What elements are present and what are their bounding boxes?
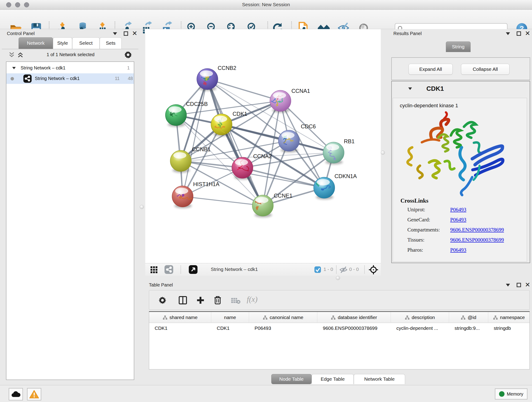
tab-edge-table[interactable]: Edge Table (312, 374, 354, 384)
crosslink-label: Uniprot: (407, 207, 425, 213)
network-share-gray-icon[interactable] (165, 265, 173, 274)
bottom-splitter-handle[interactable] (336, 276, 340, 280)
panel-menu-icon[interactable] (113, 32, 117, 35)
hierarchy-icon (331, 315, 336, 320)
crosslink-link[interactable]: 9606.ENSP00000378699 (450, 237, 504, 243)
hidden-eye-slash-icon (339, 266, 348, 273)
table-cell[interactable]: CDK1 (211, 323, 249, 333)
column-header-shared-name[interactable]: shared name (149, 312, 211, 323)
crosslink-label: Compartments: (407, 227, 440, 233)
tab-network-table[interactable]: Network Table (354, 374, 405, 384)
cloud-status-button[interactable] (9, 388, 23, 400)
tab-style[interactable]: Style (53, 37, 72, 49)
crosshair-icon[interactable] (368, 265, 379, 275)
table-options-gear-icon[interactable] (158, 296, 167, 304)
network-node-CDK1[interactable] (211, 114, 232, 136)
string-results-box: CDK1 cyclin-dependent kinase 1 (391, 81, 530, 263)
panel-float-icon[interactable] (517, 283, 521, 287)
column-header-namespace[interactable]: namespace (488, 312, 530, 323)
footer-separator (336, 265, 336, 274)
collection-expand-icon[interactable] (12, 67, 16, 69)
panel-close-icon[interactable]: ✕ (132, 31, 137, 36)
panel-float-icon[interactable] (124, 32, 128, 36)
network-node-CCNE1[interactable] (252, 195, 273, 217)
collapse-all-chevron-icon[interactable] (8, 51, 15, 58)
panel-close-icon[interactable]: ✕ (525, 31, 530, 36)
network-list: String Network – cdk1 1 String Network –… (6, 61, 134, 380)
warning-status-button[interactable] (27, 388, 41, 400)
node-table: shared namenamecanonical namedatabase id… (149, 311, 530, 370)
table-cell[interactable]: cyclin-dependent ... (391, 323, 449, 333)
network-row-selected[interactable]: String Network – cdk1 11 48 (6, 73, 134, 84)
node-label-CCNE1: CCNE1 (274, 192, 292, 199)
table-cell[interactable]: P06493 (249, 323, 317, 333)
expand-all-button[interactable]: Expand All (409, 64, 453, 75)
selected-counts: 1 - 0 (323, 267, 333, 272)
memory-button[interactable]: Memory (495, 389, 527, 400)
column-header-name[interactable]: name (211, 312, 249, 323)
gene-description: cyclin-dependent kinase 1 (400, 103, 458, 109)
network-node-RB1[interactable] (323, 142, 344, 165)
tab-sets[interactable]: Sets (100, 37, 122, 49)
table-cell[interactable]: CDK1 (149, 323, 211, 333)
title-bar: Session: New Session (0, 0, 532, 10)
collection-count: 1 (123, 65, 130, 70)
panel-menu-icon[interactable] (506, 284, 510, 287)
crosslink-link[interactable]: P06493 (450, 247, 466, 253)
node-label-CCNB2: CCNB2 (218, 65, 236, 71)
memory-label: Memory (507, 391, 523, 397)
network-view-canvas[interactable]: CCNB2CCNA1CDC25BCDK1CDC6RB1CCNB1CCNA2CDK… (145, 29, 381, 263)
tab-select[interactable]: Select (72, 37, 100, 49)
string-network-graph[interactable]: CCNB2CCNA1CDC25BCDK1CDC6RB1CCNB1CCNA2CDK… (145, 29, 381, 263)
network-view-toolbar: String Network – cdk1 1 - 0 0 - 0 (145, 263, 381, 276)
panel-float-icon[interactable] (517, 32, 521, 36)
hierarchy-icon (493, 315, 498, 320)
collapse-all-button[interactable]: Collapse All (461, 64, 510, 75)
network-node-CCNB1[interactable] (170, 150, 191, 173)
open-in-window-icon[interactable] (189, 265, 197, 274)
right-splitter-handle[interactable] (381, 151, 385, 155)
delete-trash-icon[interactable] (213, 296, 222, 305)
network-node-CDKN1A[interactable] (314, 177, 335, 200)
network-node-CCNA1[interactable] (270, 90, 291, 113)
network-edge[interactable] (207, 79, 280, 101)
left-splitter-handle[interactable] (140, 205, 144, 209)
crosslink-link[interactable]: 9606.ENSP00000378699 (450, 227, 504, 233)
table-cell[interactable]: stringdb:9... (449, 323, 488, 333)
table-panel: Table Panel ✕ f(x) shared namenamecanoni… (142, 280, 532, 385)
network-collection-row[interactable]: String Network – cdk1 1 (6, 63, 134, 73)
column-header-description[interactable]: description (391, 312, 449, 323)
network-node-CDC6[interactable] (278, 130, 299, 153)
column-label: name (224, 315, 236, 320)
table-cell[interactable]: 9606.ENSP00000378699 (317, 323, 391, 333)
node-label-CDC25B: CDC25B (186, 101, 208, 107)
expand-collapse-box: Expand All Collapse All (391, 57, 530, 80)
network-node-CDC25B[interactable] (165, 104, 186, 127)
tab-network[interactable]: Network (19, 37, 53, 49)
node-label-CCNA1: CCNA1 (291, 88, 310, 94)
table-cell[interactable]: stringdb (488, 323, 530, 333)
show-columns-icon[interactable] (178, 296, 187, 304)
network-options-gear-icon[interactable] (124, 51, 132, 59)
crosslink-row: Pharos:P06493 (393, 247, 527, 254)
control-panel: Control Panel ✕ Network Style Select Set… (2, 29, 138, 385)
network-edge[interactable] (183, 79, 207, 196)
gene-section-collapse-icon[interactable] (408, 88, 412, 90)
selected-checkbox-icon[interactable] (314, 266, 321, 273)
crosslink-link[interactable]: P06493 (450, 207, 466, 213)
column-header-canonical-name[interactable]: canonical name (249, 312, 317, 323)
tab-string[interactable]: String (446, 41, 471, 52)
panel-close-icon[interactable]: ✕ (525, 283, 530, 287)
tab-node-table[interactable]: Node Table (271, 374, 312, 384)
add-column-icon[interactable] (196, 296, 205, 304)
column-header--id[interactable]: @id (449, 312, 488, 323)
grid-view-icon[interactable] (150, 266, 158, 274)
network-node-HIST1H1A[interactable] (172, 186, 193, 208)
expand-all-chevron-icon[interactable] (17, 51, 24, 58)
crosslink-link[interactable]: P06493 (450, 217, 466, 223)
network-share-icon (23, 75, 32, 83)
panel-menu-icon[interactable] (506, 32, 510, 35)
column-header-database-identifier[interactable]: database identifier (317, 312, 391, 323)
network-edge[interactable] (183, 196, 263, 206)
node-label-CDC6: CDC6 (301, 123, 316, 129)
